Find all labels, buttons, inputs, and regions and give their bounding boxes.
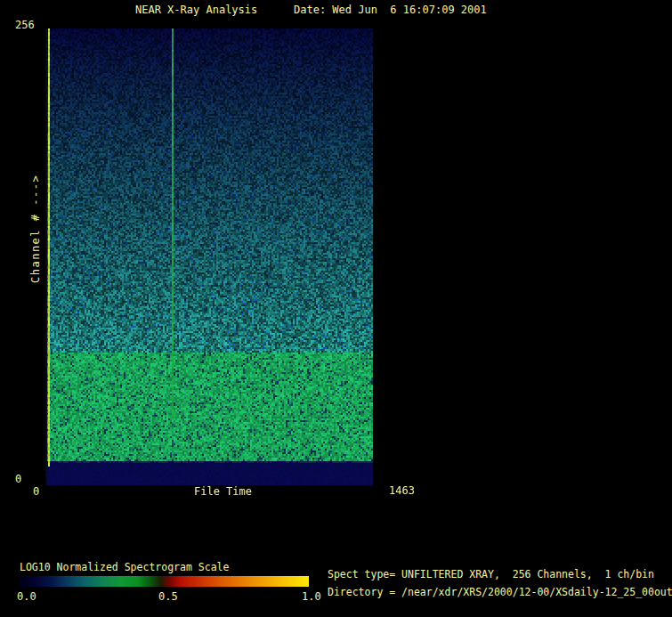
colorbar-gradient	[19, 576, 309, 587]
colorbar-tick-min: 0.0	[17, 590, 36, 603]
x-axis-max-tick: 1463	[389, 484, 415, 497]
directory-info: Directory = /near/xdr/XRS/2000/12-00/XSd…	[328, 586, 672, 598]
colorbar-tick-max: 1.0	[302, 590, 321, 603]
spectrogram-canvas	[45, 28, 373, 485]
colorbar-title: LOG10 Normalized Spectrogram Scale	[20, 561, 229, 573]
page-title: NEAR X-Ray Analysis	[135, 4, 257, 16]
date-label: Date: Wed Jun 6 16:07:09 2001	[294, 4, 487, 16]
y-axis-label: Channel # --->	[29, 175, 42, 283]
colorbar-tick-mid: 0.5	[158, 590, 178, 603]
y-axis-max-tick: 256	[15, 19, 35, 31]
near-xray-analysis-window: NEAR X-Ray Analysis Date: Wed Jun 6 16:0…	[0, 0, 672, 617]
spect-type-info: Spect type= UNFILTERED XRAY, 256 Channel…	[328, 568, 654, 580]
y-axis-min-tick: 0	[15, 473, 21, 485]
x-axis-label: File Time	[194, 485, 252, 498]
x-axis-min-tick: 0	[33, 485, 39, 498]
